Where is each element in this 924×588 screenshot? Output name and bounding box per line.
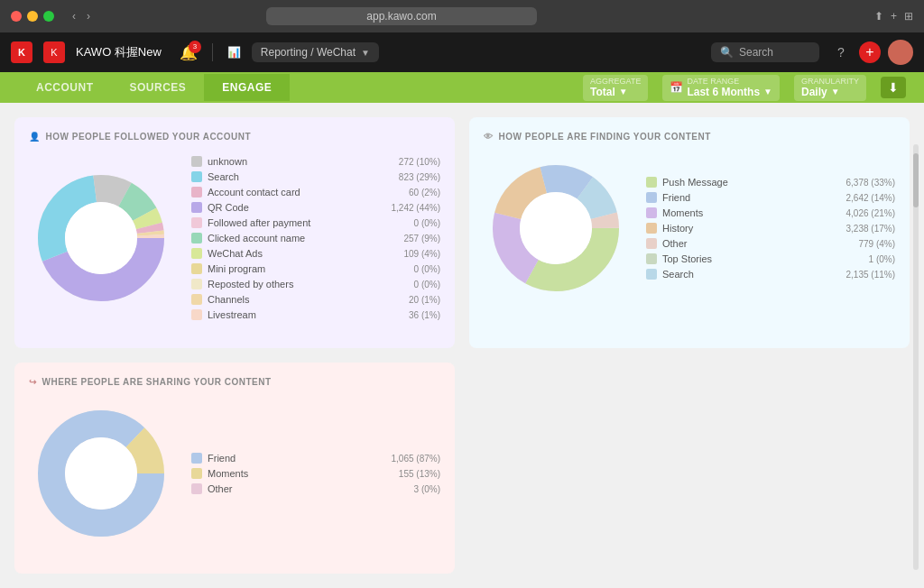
close-button[interactable] xyxy=(11,11,22,22)
legend-color xyxy=(191,294,202,305)
legend-value: 109 (4%) xyxy=(403,249,440,259)
granularity-value: Daily xyxy=(801,86,827,98)
legend-color xyxy=(191,202,202,213)
grid-icon[interactable]: ⊞ xyxy=(904,10,913,23)
download-icon: ⬇ xyxy=(888,80,899,95)
legend-color xyxy=(646,177,657,188)
sharing-card-title: ↪ WHERE PEOPLE ARE SHARING YOUR CONTENT xyxy=(29,377,440,387)
bar-chart-icon: 📊 xyxy=(227,46,241,59)
finding-legend: Push Message 6,378 (33%) Friend 2,642 (1… xyxy=(646,177,895,280)
add-button[interactable]: + xyxy=(859,41,881,63)
back-button[interactable]: ‹ xyxy=(69,8,79,24)
finding-donut xyxy=(484,156,628,300)
legend-label: Reposted by others xyxy=(208,279,409,289)
list-item: Livestream 36 (1%) xyxy=(191,309,440,320)
granularity-arrow-icon: ▼ xyxy=(831,87,840,96)
legend-color xyxy=(191,156,202,167)
address-bar[interactable]: app.kawo.com xyxy=(266,7,537,25)
list-item: Other 779 (4%) xyxy=(646,238,895,249)
legend-value: 779 (4%) xyxy=(858,239,895,249)
legend-color xyxy=(191,279,202,289)
legend-label: WeChat Ads xyxy=(208,248,398,259)
list-item: Search 2,135 (11%) xyxy=(646,269,895,280)
main-content: 👤 HOW PEOPLE FOLLOWED YOUR ACCOUNT xyxy=(0,103,924,588)
legend-value: 1,242 (44%) xyxy=(392,203,440,213)
legend-label: Clicked account name xyxy=(208,233,398,243)
share-icon: ↪ xyxy=(29,377,37,387)
search-placeholder: Search xyxy=(739,46,773,59)
user-avatar[interactable] xyxy=(888,40,913,65)
date-label: DATE RANGE xyxy=(687,78,772,86)
scrollbar-thumb[interactable] xyxy=(913,153,919,207)
followed-legend: unknown 272 (10%) Search 823 (29%) Accou… xyxy=(191,156,440,320)
question-icon: ? xyxy=(837,45,845,60)
legend-label: Search xyxy=(208,171,393,182)
list-item: Search 823 (29%) xyxy=(191,171,440,182)
aggregate-label: AGGREGATE xyxy=(590,78,641,86)
app-title: KAWO 科握New xyxy=(76,44,162,60)
finding-card: 👁 HOW PEOPLE ARE FINDING YOUR CONTENT xyxy=(469,117,910,348)
legend-value: 0 (0%) xyxy=(414,264,440,274)
legend-label: Top Stories xyxy=(662,253,864,264)
logo-icon-1: K xyxy=(11,41,32,63)
legend-color xyxy=(646,192,657,203)
aggregate-filter[interactable]: AGGREGATE Total ▼ xyxy=(583,75,648,101)
legend-color xyxy=(191,248,202,259)
followed-card: 👤 HOW PEOPLE FOLLOWED YOUR ACCOUNT xyxy=(14,117,455,348)
legend-color xyxy=(191,468,202,479)
legend-value: 60 (2%) xyxy=(409,188,440,198)
list-item: Push Message 6,378 (33%) xyxy=(646,177,895,188)
nav-account[interactable]: ACCOUNT xyxy=(18,74,112,101)
help-button[interactable]: ? xyxy=(830,41,852,63)
share-icon[interactable]: ⬆ xyxy=(874,10,883,23)
legend-value: 3 (0%) xyxy=(414,484,440,494)
followed-donut xyxy=(29,166,173,310)
legend-label: QR Code xyxy=(208,202,386,213)
legend-value: 155 (13%) xyxy=(399,469,440,479)
minimize-button[interactable] xyxy=(27,11,38,22)
plus-icon: + xyxy=(865,44,873,60)
notification-count: 3 xyxy=(189,41,201,53)
list-item: unknown 272 (10%) xyxy=(191,156,440,167)
finding-card-title: 👁 HOW PEOPLE ARE FINDING YOUR CONTENT xyxy=(484,132,895,142)
date-range-filter[interactable]: 📅 DATE RANGE Last 6 Months ▼ xyxy=(662,75,780,101)
browser-nav: ‹ › xyxy=(69,8,94,24)
legend-color xyxy=(646,223,657,234)
legend-label: Other xyxy=(662,238,853,249)
breadcrumb[interactable]: Reporting / WeChat ▼ xyxy=(252,42,379,62)
list-item: Mini program 0 (0%) xyxy=(191,263,440,274)
search-bar[interactable]: 🔍 Search xyxy=(711,42,819,62)
legend-color xyxy=(646,269,657,280)
notification-bell[interactable]: 🔔 3 xyxy=(180,44,198,61)
download-button[interactable]: ⬇ xyxy=(881,77,906,98)
legend-value: 257 (9%) xyxy=(403,234,440,243)
granularity-filter[interactable]: GRANULARITY Daily ▼ xyxy=(794,75,866,101)
svg-point-9 xyxy=(65,202,137,274)
new-tab-icon[interactable]: + xyxy=(891,10,897,23)
legend-label: Moments xyxy=(662,207,841,218)
nav-filters: AGGREGATE Total ▼ 📅 DATE RANGE Last 6 Mo… xyxy=(583,75,906,101)
legend-label: Push Message xyxy=(662,177,841,188)
maximize-button[interactable] xyxy=(43,11,54,22)
list-item: Friend 1,065 (87%) xyxy=(191,453,440,464)
followed-chart-area: unknown 272 (10%) Search 823 (29%) Accou… xyxy=(29,156,440,320)
legend-value: 0 (0%) xyxy=(414,218,440,228)
date-arrow-icon: ▼ xyxy=(763,87,772,96)
legend-value: 2,642 (14%) xyxy=(846,193,895,203)
search-icon: 🔍 xyxy=(720,46,734,59)
legend-value: 20 (1%) xyxy=(409,295,440,305)
list-item: Account contact card 60 (2%) xyxy=(191,187,440,198)
legend-color xyxy=(191,483,202,494)
legend-color xyxy=(191,217,202,228)
legend-label: unknown xyxy=(208,156,393,167)
legend-color xyxy=(191,263,202,274)
nav-sources[interactable]: SOURCES xyxy=(112,74,205,101)
forward-button[interactable]: › xyxy=(83,8,94,24)
legend-label: Friend xyxy=(208,453,386,464)
header-actions: ? + xyxy=(830,40,913,65)
list-item: Moments 4,026 (21%) xyxy=(646,207,895,218)
nav-engage[interactable]: ENGAGE xyxy=(204,74,290,101)
legend-value: 823 (29%) xyxy=(399,172,440,182)
list-item: Moments 155 (13%) xyxy=(191,468,440,479)
aggregate-arrow-icon: ▼ xyxy=(619,87,628,96)
